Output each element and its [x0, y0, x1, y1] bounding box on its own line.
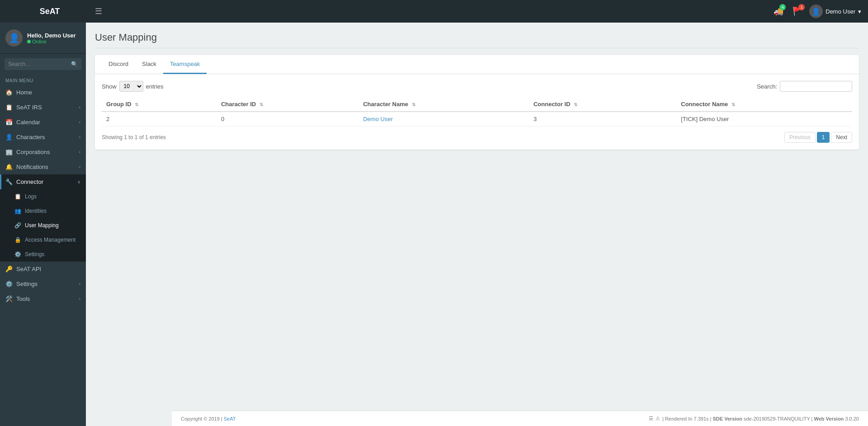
character-name-link[interactable]: Demo User: [363, 116, 393, 122]
sidebar: 👤 Hello, Demo User Online 🔍 Main Menu 🏠H…: [0, 23, 86, 426]
main-content: User Mapping Discord Slack Teamspeak Sho…: [86, 23, 868, 426]
sidebar-user: 👤 Hello, Demo User Online: [0, 23, 86, 54]
footer: Copyright © 2019 | SeAT ☰ ⚠ | Rendered I…: [172, 411, 868, 426]
col-character-id[interactable]: Character ID ⇅: [217, 97, 359, 112]
sort-icon: ⇅: [135, 102, 138, 107]
cell-character-id: 0: [217, 112, 359, 126]
col-connector-id[interactable]: Connector ID ⇅: [529, 97, 676, 112]
warning-icon: ⚠: [656, 416, 660, 421]
sidebar-item-seat-api[interactable]: 🔑SeAT API: [0, 262, 86, 276]
chevron-icon: ‹: [79, 150, 80, 154]
content-wrapper: User Mapping Discord Slack Teamspeak Sho…: [86, 23, 868, 411]
characters-icon: 👤: [5, 134, 13, 140]
sidebar-item-tools[interactable]: 🛠️Tools ‹: [0, 291, 86, 306]
sidebar-item-seat-irs[interactable]: 📋SeAT IRS ‹: [0, 100, 86, 115]
user-avatar-sidebar: 👤: [5, 29, 23, 47]
home-icon: 🏠: [5, 89, 13, 96]
col-connector-name[interactable]: Connector Name ⇅: [676, 97, 852, 112]
sort-icon: ⇅: [574, 102, 577, 107]
cell-connector-id: 3: [529, 112, 676, 126]
tools-icon: 🛠️: [5, 295, 13, 302]
table-search: Search:: [757, 81, 852, 92]
sidebar-user-status: Online: [27, 39, 76, 44]
sort-icon: ⇅: [731, 102, 735, 107]
footer-seat-link[interactable]: SeAT: [224, 416, 236, 421]
sidebar-item-access-management[interactable]: 🔒Access Management: [0, 233, 86, 247]
sidebar-item-connector-settings[interactable]: ⚙️Settings: [0, 247, 86, 262]
identities-icon: 👥: [14, 208, 21, 214]
chevron-icon: ‹: [79, 164, 80, 169]
sort-icon: ⇅: [259, 102, 263, 107]
user-chevron: ▾: [858, 8, 861, 15]
sidebar-item-user-mapping[interactable]: 🔗User Mapping: [0, 218, 86, 233]
sidebar-item-notifications[interactable]: 🔔Notifications ‹: [0, 159, 86, 174]
page-title: User Mapping: [95, 32, 859, 48]
page-1-button[interactable]: 1: [817, 132, 830, 143]
footer-rendered: | Rendered In 7.391s | SDE Version sde-2…: [662, 416, 859, 421]
alerts-btn[interactable]: 🚩 1: [790, 4, 805, 19]
chevron-icon: ‹: [79, 105, 80, 110]
entries-select[interactable]: 10 25 50 100: [119, 81, 143, 92]
sidebar-item-logs[interactable]: 📋Logs: [0, 189, 86, 204]
topnav: SeAT ☰ 🚚 4 🚩 1 👤 Demo User ▾: [0, 0, 868, 23]
notifications-badge: 4: [779, 4, 786, 10]
tab-discord[interactable]: Discord: [102, 55, 135, 74]
tab-teamspeak[interactable]: Teamspeak: [163, 55, 207, 74]
layout: 👤 Hello, Demo User Online 🔍 Main Menu 🏠H…: [0, 23, 868, 426]
user-name: Demo User: [826, 8, 855, 15]
sidebar-item-calendar[interactable]: 📅Calendar ‹: [0, 115, 86, 130]
footer-copyright: Copyright © 2019 | SeAT: [181, 416, 236, 421]
chevron-down-icon: ∨: [77, 179, 80, 184]
chevron-icon: ‹: [79, 135, 80, 140]
sidebar-item-identities[interactable]: 👥Identities: [0, 204, 86, 218]
cell-connector-name: [TICK] Demo User: [676, 112, 852, 126]
card-body: Show 10 25 50 100 entries Search:: [95, 74, 859, 150]
sidebar-item-connector[interactable]: 🔧Connector ∨: [0, 174, 86, 189]
logs-icon: 📋: [14, 193, 21, 200]
sidebar-item-home[interactable]: 🏠Home: [0, 85, 86, 100]
cell-character-name: Demo User: [359, 112, 529, 126]
alerts-badge: 1: [798, 4, 805, 10]
table-search-input[interactable]: [780, 81, 852, 92]
corporations-icon: 🏢: [5, 149, 13, 155]
sidebar-user-info: Hello, Demo User Online: [27, 32, 76, 44]
status-dot: [27, 40, 31, 43]
notifications-btn[interactable]: 🚚 4: [771, 4, 786, 19]
access-management-icon: 🔒: [14, 237, 21, 243]
connector-submenu: 📋Logs 👥Identities 🔗User Mapping 🔒Access …: [0, 189, 86, 262]
cell-group-id: 2: [102, 112, 217, 126]
sidebar-item-settings[interactable]: ⚙️Settings ‹: [0, 276, 86, 291]
info-icon: ☰: [649, 416, 653, 421]
sidebar-search-wrap: 🔍: [0, 54, 86, 75]
previous-button[interactable]: Previous: [784, 132, 816, 143]
notifications-icon: 🔔: [5, 164, 13, 170]
search-icon: 🔍: [71, 61, 78, 67]
showing-text: Showing 1 to 1 of 1 entries: [102, 134, 166, 140]
connector-settings-icon: ⚙️: [14, 251, 21, 257]
col-group-id[interactable]: Group ID ⇅: [102, 97, 217, 112]
user-menu[interactable]: 👤 Demo User ▾: [809, 5, 861, 18]
sidebar-toggle[interactable]: ☰: [95, 6, 102, 16]
topnav-right: 🚚 4 🚩 1 👤 Demo User ▾: [771, 4, 861, 19]
sort-icon: ⇅: [412, 102, 415, 107]
calendar-icon: 📅: [5, 119, 13, 126]
seat-api-icon: 🔑: [5, 266, 13, 272]
pagination: Previous 1 Next: [784, 132, 852, 143]
col-character-name[interactable]: Character Name ⇅: [359, 97, 529, 112]
sidebar-item-characters[interactable]: 👤Characters ‹: [0, 130, 86, 145]
sidebar-item-corporations[interactable]: 🏢Corporations ‹: [0, 145, 86, 159]
next-button[interactable]: Next: [831, 132, 852, 143]
table-controls: Show 10 25 50 100 entries Search:: [102, 81, 852, 92]
tab-slack[interactable]: Slack: [135, 55, 163, 74]
settings-icon: ⚙️: [5, 281, 13, 287]
chevron-icon: ‹: [79, 296, 80, 301]
chevron-icon: ‹: [79, 120, 80, 125]
pagination-wrap: Showing 1 to 1 of 1 entries Previous 1 N…: [102, 132, 852, 143]
search-input[interactable]: [5, 58, 81, 70]
main-menu-label: Main Menu: [0, 75, 86, 85]
search-label: Search:: [757, 83, 777, 90]
user-mapping-icon: 🔗: [14, 222, 21, 229]
entries-label: entries: [146, 83, 164, 90]
data-table: Group ID ⇅ Character ID ⇅ Character Name…: [102, 97, 852, 126]
table-show: Show 10 25 50 100 entries: [102, 81, 164, 92]
